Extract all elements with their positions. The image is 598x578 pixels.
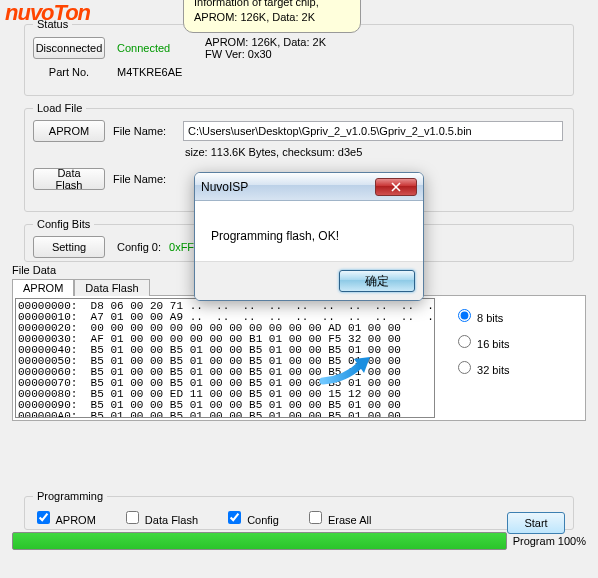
tab-dataflash[interactable]: Data Flash [74,279,149,296]
dialog-message: Programming flash, OK! [195,201,423,261]
loadfile-legend: Load File [33,102,86,114]
filename2-label: File Name: [113,173,175,185]
disconnected-button[interactable]: Disconnected [33,37,105,59]
configbits-legend: Config Bits [33,218,94,230]
chip-info-tooltip: Information of target chip, APROM: 126K,… [183,0,361,33]
connected-label: Connected [117,42,197,54]
fw-version: FW Ver: 0x30 [205,48,326,60]
tooltip-line2: APROM: 126K, Data: 2K [194,10,350,25]
progress-text: Program 100% [513,535,586,547]
check-eraseall[interactable]: Erase All [305,508,371,527]
partno-label: Part No. [33,66,105,78]
ok-button[interactable]: 确定 [339,270,415,292]
radio-8bits[interactable]: 8 bits [453,306,509,324]
check-dataflash[interactable]: Data Flash [122,508,198,527]
close-button[interactable] [375,178,417,196]
check-aprom[interactable]: APROM [33,508,96,527]
filename-label: File Name: [113,125,175,137]
close-icon [391,182,401,192]
config0-label: Config 0: [117,241,161,253]
tab-aprom[interactable]: APROM [12,279,74,296]
dialog-titlebar[interactable]: NuvoISP [195,173,423,201]
check-config[interactable]: Config [224,508,279,527]
bits-pane: 8 bits 16 bits 32 bits [435,298,513,418]
radio-32bits[interactable]: 32 bits [453,358,509,376]
aprom-file-input[interactable] [183,121,563,141]
start-button[interactable]: Start [507,512,565,534]
programming-group: Programming APROM Data Flash Config Eras… [24,490,574,530]
progress-bar [12,532,507,550]
aprom-load-button[interactable]: APROM [33,120,105,142]
status-legend: Status [33,18,72,30]
config0-value: 0xFF [169,241,194,253]
dialog: NuvoISP Programming flash, OK! 确定 [194,172,424,301]
programming-legend: Programming [33,490,107,502]
aprom-info: APROM: 126K, Data: 2K [205,36,326,48]
dialog-title-text: NuvoISP [201,180,375,194]
partno-value: M4TKRE6AE [117,66,197,78]
setting-button[interactable]: Setting [33,236,105,258]
file-size-info: size: 113.6K Bytes, checksum: d3e5 [185,146,362,158]
radio-16bits[interactable]: 16 bits [453,332,509,350]
dataflash-load-button[interactable]: Data Flash [33,168,105,190]
tooltip-line1: Information of target chip, [194,0,350,10]
annotation-arrow-icon [318,353,378,389]
